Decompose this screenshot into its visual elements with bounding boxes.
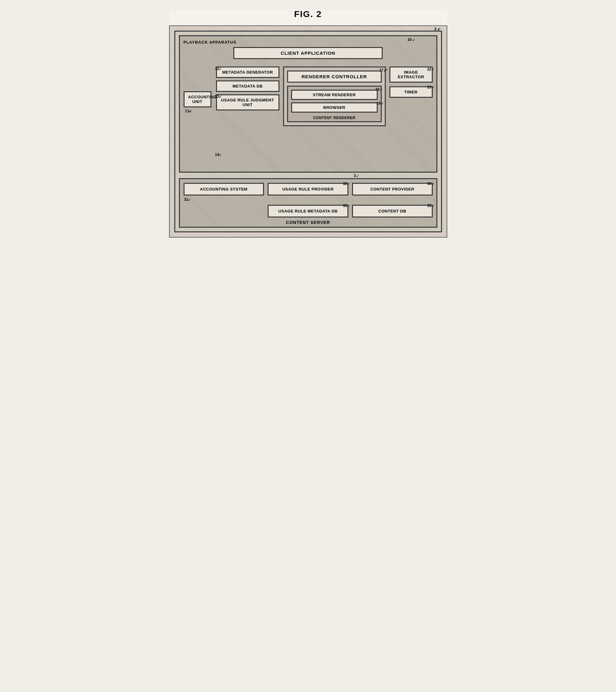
browser-box: BROWSER	[291, 102, 378, 112]
renderer-controller-box: RENDERER CONTROLLER	[287, 70, 382, 83]
ref-17: 17	[379, 68, 383, 72]
content-renderer-box: 18 ↙ STREAM RENDERER 19 ↙	[287, 86, 382, 122]
ref-10-arrow: ↙	[412, 38, 415, 42]
playback-apparatus-label: PLAYBACK APPARATUS	[183, 40, 433, 45]
usage-rule-metadata-db-box: USAGE RULE METADATA DB	[268, 205, 348, 217]
timer-box: TIMER	[390, 86, 433, 98]
usage-rule-provider-box: USAGE RULE PROVIDER	[268, 183, 348, 195]
ref-18: 18	[375, 87, 379, 91]
client-application-box: CLIENT APPLICATION	[233, 47, 383, 59]
ref-10: 10	[408, 38, 411, 42]
image-extractor-box: IMAGE EXTRACTOR	[390, 66, 433, 83]
accounting-system-box: ACCOUNTING SYSTEM	[183, 183, 264, 195]
figure-title: FIG. 2	[169, 9, 447, 19]
ref-35: 35	[427, 204, 431, 208]
content-server-box: 2 ↙ 31 ↙ ACCOUNTING SYSTEM 32 ↙	[179, 178, 437, 228]
usage-rule-judgment-box: USAGE RULE JUDGMENT UNIT	[216, 95, 280, 110]
ref-2: 2	[354, 173, 356, 178]
content-renderer-label: CONTENT RENDERER	[313, 116, 355, 120]
renderer-controller-outer: 17 ↙ RENDERER CONTROLLER 18 ↙	[283, 66, 386, 126]
content-provider-box: CONTENT PROVIDER	[352, 183, 433, 195]
content-db-box: CONTENT DB	[352, 205, 433, 217]
metadata-generator-box: METADATA GENERATOR	[216, 66, 280, 78]
content-server-label: CONTENT SERVER	[286, 220, 330, 225]
ref-23: 23	[427, 85, 431, 89]
ref-34: 34	[427, 182, 431, 186]
ref-19: 19	[376, 101, 380, 105]
stream-renderer-box: STREAM RENDERER	[291, 90, 378, 100]
metadata-db-box: METADATA DB	[216, 80, 280, 92]
ref-32: 32	[343, 182, 347, 186]
ref-33: 33	[343, 204, 347, 208]
ref-22: 22	[427, 67, 431, 71]
accounting-unit-box: 11 ↙ ACCOUNTING UNIT	[183, 91, 212, 107]
